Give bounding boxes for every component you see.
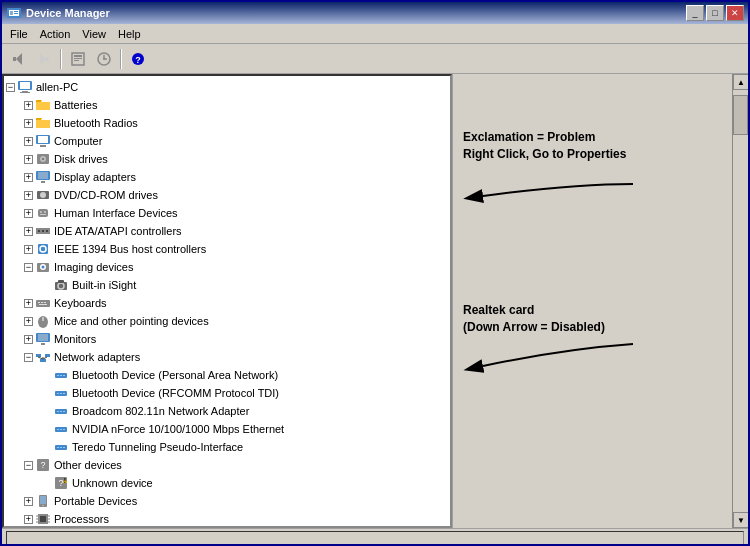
menu-action[interactable]: Action bbox=[34, 26, 77, 42]
svg-rect-66 bbox=[60, 375, 62, 376]
label-network-adapters: Network adapters bbox=[54, 351, 140, 363]
expand-btn-monitors[interactable]: + bbox=[24, 335, 33, 344]
label-bt-rfcomm: Bluetooth Device (RFCOMM Protocol TDI) bbox=[72, 387, 279, 399]
tree-item-keyboards[interactable]: +Keyboards bbox=[6, 294, 448, 312]
menu-file[interactable]: File bbox=[4, 26, 34, 42]
menu-view[interactable]: View bbox=[76, 26, 112, 42]
toolbar: ? bbox=[2, 44, 748, 74]
tree-item-builtin-isight[interactable]: Built-in iSight bbox=[6, 276, 448, 294]
tree-item-monitors[interactable]: +Monitors bbox=[6, 330, 448, 348]
tree-item-processors[interactable]: +Processors bbox=[6, 510, 448, 528]
tree-item-dvd[interactable]: +DVD/CD-ROM drives bbox=[6, 186, 448, 204]
scan-button[interactable] bbox=[92, 48, 116, 70]
expand-btn-processors[interactable]: + bbox=[24, 515, 33, 524]
label-bt-pan: Bluetooth Device (Personal Area Network) bbox=[72, 369, 278, 381]
svg-rect-52 bbox=[39, 304, 47, 305]
tree-panel[interactable]: −allen-PC+Batteries+Bluetooth Radios+Com… bbox=[2, 74, 452, 528]
maximize-button[interactable]: □ bbox=[706, 5, 724, 21]
menu-help[interactable]: Help bbox=[112, 26, 147, 42]
svg-rect-29 bbox=[41, 181, 45, 183]
expand-btn-disk-drives[interactable]: + bbox=[24, 155, 33, 164]
tree-item-computer[interactable]: +Computer bbox=[6, 132, 448, 150]
expand-btn-network-adapters[interactable]: − bbox=[24, 353, 33, 362]
expand-btn-other-devices[interactable]: − bbox=[24, 461, 33, 470]
tree-item-teredo[interactable]: Teredo Tunneling Pseudo-Interface bbox=[6, 438, 448, 456]
svg-rect-23 bbox=[40, 145, 46, 147]
tree-item-hid[interactable]: +Human Interface Devices bbox=[6, 204, 448, 222]
tree-item-batteries[interactable]: +Batteries bbox=[6, 96, 448, 114]
tree-item-disk-drives[interactable]: +Disk drives bbox=[6, 150, 448, 168]
icon-batteries bbox=[35, 97, 51, 113]
expand-btn-ieee[interactable]: + bbox=[24, 245, 33, 254]
tree-item-mice[interactable]: +Mice and other pointing devices bbox=[6, 312, 448, 330]
icon-unknown-device: ?! bbox=[53, 475, 69, 491]
tree-item-bt-rfcomm[interactable]: Bluetooth Device (RFCOMM Protocol TDI) bbox=[6, 384, 448, 402]
expand-btn-batteries[interactable]: + bbox=[24, 101, 33, 110]
expand-btn-bluetooth-radios[interactable]: + bbox=[24, 119, 33, 128]
svg-rect-6 bbox=[13, 57, 16, 61]
expand-btn-keyboards[interactable]: + bbox=[24, 299, 33, 308]
icon-broadcom bbox=[53, 403, 69, 419]
label-keyboards: Keyboards bbox=[54, 297, 107, 309]
icon-ieee bbox=[35, 241, 51, 257]
tree-item-bt-pan[interactable]: Bluetooth Device (Personal Area Network) bbox=[6, 366, 448, 384]
tree-item-broadcom[interactable]: Broadcom 802.11n Network Adapter bbox=[6, 402, 448, 420]
tree-item-imaging[interactable]: −Imaging devices bbox=[6, 258, 448, 276]
svg-rect-4 bbox=[14, 13, 18, 14]
expand-btn-computer[interactable]: + bbox=[24, 137, 33, 146]
svg-rect-20 bbox=[20, 92, 30, 93]
properties-button[interactable] bbox=[66, 48, 90, 70]
label-monitors: Monitors bbox=[54, 333, 96, 345]
tree-item-display-adapters[interactable]: +Display adapters bbox=[6, 168, 448, 186]
tree-item-root[interactable]: −allen-PC bbox=[6, 78, 448, 96]
expand-btn-ide[interactable]: + bbox=[24, 227, 33, 236]
svg-rect-82 bbox=[60, 447, 62, 448]
svg-rect-49 bbox=[38, 302, 40, 303]
scroll-down-button[interactable]: ▼ bbox=[733, 512, 749, 528]
expand-btn-root[interactable]: − bbox=[6, 83, 15, 92]
expand-btn-dvd[interactable]: + bbox=[24, 191, 33, 200]
label-builtin-isight: Built-in iSight bbox=[72, 279, 136, 291]
tree-item-ieee[interactable]: +IEEE 1394 Bus host controllers bbox=[6, 240, 448, 258]
tree-item-other-devices[interactable]: −?Other devices bbox=[6, 456, 448, 474]
tree-item-bluetooth-radios[interactable]: +Bluetooth Radios bbox=[6, 114, 448, 132]
expand-btn-portable[interactable]: + bbox=[24, 497, 33, 506]
minimize-button[interactable]: _ bbox=[686, 5, 704, 21]
svg-rect-67 bbox=[63, 375, 65, 376]
expand-btn-mice[interactable]: + bbox=[24, 317, 33, 326]
icon-network-adapters bbox=[35, 349, 51, 365]
label-batteries: Batteries bbox=[54, 99, 97, 111]
svg-rect-2 bbox=[10, 11, 13, 15]
label-display-adapters: Display adapters bbox=[54, 171, 136, 183]
close-button[interactable]: ✕ bbox=[726, 5, 744, 21]
scrollbar-vertical[interactable]: ▲ ▼ bbox=[732, 74, 748, 528]
scroll-thumb[interactable] bbox=[733, 95, 748, 135]
icon-bt-pan bbox=[53, 367, 69, 383]
expand-btn-display-adapters[interactable]: + bbox=[24, 173, 33, 182]
icon-hid bbox=[35, 205, 51, 221]
expand-btn-hid[interactable]: + bbox=[24, 209, 33, 218]
expand-btn-imaging[interactable]: − bbox=[24, 263, 33, 272]
svg-rect-12 bbox=[74, 60, 79, 61]
tree-item-ide[interactable]: +IDE ATA/ATAPI controllers bbox=[6, 222, 448, 240]
tree-item-portable[interactable]: +Portable Devices bbox=[6, 492, 448, 510]
icon-processors bbox=[35, 511, 51, 527]
icon-root bbox=[17, 79, 33, 95]
svg-text:?: ? bbox=[135, 55, 141, 65]
back-button[interactable] bbox=[6, 48, 30, 70]
svg-text:?: ? bbox=[58, 478, 63, 488]
forward-button[interactable] bbox=[32, 48, 56, 70]
label-ide: IDE ATA/ATAPI controllers bbox=[54, 225, 182, 237]
help-button[interactable]: ? bbox=[126, 48, 150, 70]
tree-item-nvidia-net[interactable]: NVIDIA nForce 10/100/1000 Mbps Ethernet bbox=[6, 420, 448, 438]
tree-item-network-adapters[interactable]: −Network adapters bbox=[6, 348, 448, 366]
svg-rect-78 bbox=[60, 429, 62, 430]
scroll-up-button[interactable]: ▲ bbox=[733, 74, 749, 90]
window: Device Manager _ □ ✕ File Action View He… bbox=[0, 0, 750, 546]
svg-rect-60 bbox=[40, 359, 46, 362]
svg-rect-39 bbox=[46, 230, 48, 232]
app-icon bbox=[6, 5, 22, 21]
window-controls[interactable]: _ □ ✕ bbox=[686, 5, 744, 21]
tree-item-unknown-device[interactable]: ?!Unknown device bbox=[6, 474, 448, 492]
label-disk-drives: Disk drives bbox=[54, 153, 108, 165]
